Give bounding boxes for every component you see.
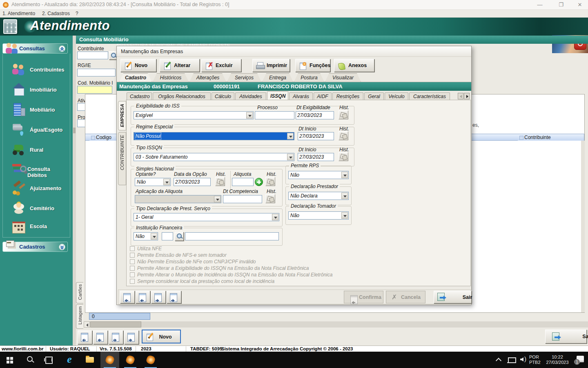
start-button[interactable]	[1, 352, 19, 368]
sidebar-item-cemiterio[interactable]: Cemitério	[6, 200, 67, 218]
tab-alvaras[interactable]: Alvarás	[289, 92, 313, 100]
sidebar-section-cadastros[interactable]: Cadastros	[2, 242, 68, 252]
toolbar-imprimir-button[interactable]: Imprimir	[252, 59, 290, 72]
toolbar-excluir-button[interactable]: Excluir	[201, 59, 241, 72]
sidebar-item-agua-esgoto[interactable]: Água/Esgoto	[6, 121, 67, 139]
aliquota-input[interactable]	[232, 178, 254, 186]
tab-orgaos-relacionados[interactable]: Orgãos Relacionados	[153, 92, 211, 100]
app-window-3[interactable]	[141, 352, 160, 368]
decl-tomador-combo[interactable]: Não	[288, 211, 349, 220]
permite-rps-combo[interactable]: Não	[288, 171, 349, 179]
nav-last-button[interactable]	[124, 330, 139, 344]
tab-visualizar[interactable]: Visualizar	[325, 73, 361, 82]
tab-servicos[interactable]: Serviços	[227, 73, 261, 82]
tab-caracteristicas[interactable]: Características	[409, 92, 450, 100]
chevron-up-icon[interactable]	[59, 45, 65, 52]
hist-button-regime[interactable]	[339, 131, 348, 140]
hist-button-simples[interactable]	[215, 177, 225, 186]
maximize-button[interactable]: ❐	[552, 0, 570, 10]
toolbar-funcoes-button[interactable]: Funções	[295, 59, 330, 72]
close-button[interactable]: ✕	[571, 0, 588, 10]
inst-financeira-name-input[interactable]	[185, 232, 279, 240]
hist-button-tipo[interactable]	[339, 152, 348, 161]
sidebar-item-ajuizamento[interactable]: Ajuizamento	[6, 180, 67, 197]
sidebar-section-consultas[interactable]: Consultas	[2, 43, 68, 54]
sidebar-item-mobiliario[interactable]: Mobiliário	[6, 101, 67, 119]
menu-cadastros[interactable]: 2. Cadastros	[42, 11, 70, 16]
sidebar-item-imobiliario[interactable]: Imobiliário	[6, 81, 67, 99]
cod-mobiliario-input[interactable]	[77, 86, 112, 94]
processo-input[interactable]	[255, 111, 294, 119]
inst-financeira-code-input[interactable]	[162, 232, 173, 240]
hist-button-aliquota[interactable]	[265, 177, 275, 186]
menu-atendimento[interactable]: 1. Atendimento	[2, 11, 35, 16]
tab-contribuinte-vertical[interactable]: CONTRIBUINTE	[118, 132, 126, 185]
tab-listagem[interactable]: Listagem	[76, 304, 83, 329]
tipo-dt-input[interactable]	[298, 153, 334, 161]
cancela-button[interactable]: Cancela	[386, 291, 425, 303]
nav-next-button[interactable]	[109, 330, 123, 344]
tab-atividades[interactable]: Atividades	[235, 92, 266, 100]
inst-financeira-search-button[interactable]	[175, 232, 184, 241]
language-indicator[interactable]: POR PTB2	[529, 355, 541, 365]
chevron-down-icon[interactable]	[59, 244, 65, 250]
taskbar-search-icon[interactable]	[21, 352, 39, 368]
app-window-2[interactable]	[121, 352, 140, 368]
checkbox-nfse-sem-tomador[interactable]	[130, 253, 135, 258]
tab-scroll-left[interactable]	[458, 93, 463, 99]
toolbar-anexos-button[interactable]: Anexos	[334, 59, 374, 72]
hist-button-exigibilidade[interactable]	[339, 110, 348, 119]
tab-cartoes[interactable]: Cartões	[76, 282, 83, 303]
checkbox-alterar-municipio[interactable]	[130, 272, 135, 277]
dialog-sair-button[interactable]: Sair	[434, 291, 472, 303]
checkbox-cnpj-invalido[interactable]	[130, 259, 135, 264]
scrollbar-thumb[interactable]	[90, 321, 141, 328]
task-view-icon[interactable]	[40, 352, 58, 368]
tab-calculo[interactable]: Cálculo	[212, 92, 234, 100]
tab-historicos[interactable]: Históricos	[153, 73, 189, 82]
minimize-button[interactable]: —	[531, 0, 549, 10]
add-aliquota-button[interactable]	[255, 178, 263, 186]
tab-geral[interactable]: Geral	[364, 92, 384, 100]
sidebar-item-escola[interactable]: Escola	[6, 218, 67, 236]
dlg-nav-first-button[interactable]	[120, 291, 135, 303]
confirma-button[interactable]: Confirma	[344, 291, 383, 303]
dt-exigibilidade-input[interactable]	[296, 111, 334, 119]
grid-vertical-scrollbar[interactable]	[581, 141, 585, 312]
nav-first-button[interactable]	[78, 330, 92, 344]
tab-postura[interactable]: Postura	[294, 73, 324, 82]
sidebar-item-contribuintes[interactable]: Contribuintes	[6, 61, 67, 79]
internet-explorer-icon[interactable]: e	[60, 352, 78, 368]
tipo-issqn-combo[interactable]: 03 - Sobre Faturamento	[134, 153, 294, 161]
nav-prev-button[interactable]	[93, 330, 108, 344]
tab-cadastro-inner[interactable]: Cadastro	[127, 92, 152, 100]
hist-button-competencia[interactable]	[265, 194, 275, 203]
sair-button-main[interactable]: Sair	[545, 330, 587, 343]
contribuinte-input[interactable]	[77, 52, 108, 59]
tipo-declaracao-combo[interactable]: 1- Geral	[134, 213, 279, 221]
decl-prestador-combo[interactable]: Não Declara	[288, 192, 349, 200]
sidebar-item-rural[interactable]: Rural	[6, 141, 67, 159]
tab-veiculo[interactable]: Veículo	[385, 92, 408, 100]
toolbar-novo-button[interactable]: Novo	[120, 59, 156, 72]
dt-competencia-input[interactable]	[223, 195, 262, 203]
tab-empresa[interactable]: EMPRESA	[118, 101, 126, 130]
app-window-1[interactable]	[100, 352, 119, 368]
inst-financeira-combo[interactable]: Não	[134, 232, 158, 240]
file-explorer-icon[interactable]	[81, 352, 99, 368]
dlg-nav-next-button[interactable]	[151, 291, 166, 303]
tab-issqn[interactable]: ISSQN	[267, 91, 288, 100]
horizontal-scrollbar[interactable]	[84, 321, 588, 328]
tab-entrega[interactable]: Entrega	[262, 73, 293, 82]
checkbox-local-prestacao[interactable]	[130, 279, 135, 284]
rgie-input[interactable]	[77, 69, 116, 76]
novo-button-main[interactable]: Novo	[142, 330, 181, 343]
notification-center-icon[interactable]: 1	[571, 352, 588, 368]
sidebar-item-consulta-debitos[interactable]: Consulta Débitos	[6, 160, 67, 178]
tab-aidf[interactable]: AIDF	[314, 92, 332, 100]
grid-col-contribuinte[interactable]: Contribuinte	[518, 134, 584, 141]
tab-alteracoes[interactable]: Alterações	[189, 73, 226, 82]
scroll-left-arrow[interactable]	[84, 321, 90, 328]
sidebar-scrollbar[interactable]	[73, 36, 76, 346]
optante-combo[interactable]: Não	[135, 178, 171, 186]
